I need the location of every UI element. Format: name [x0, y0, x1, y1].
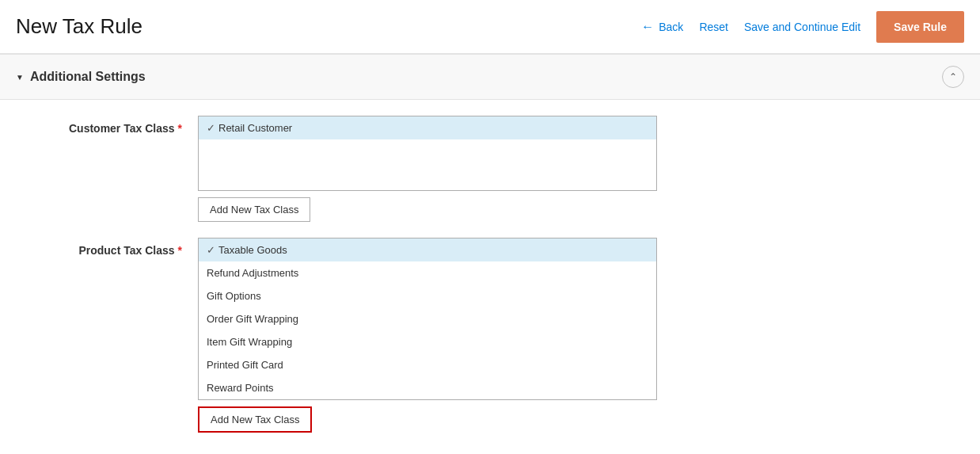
product-tax-control: ✓ Taxable Goods Refund Adjustments Gift …	[198, 238, 657, 433]
product-tax-item-taxable: Taxable Goods	[218, 244, 287, 256]
add-customer-tax-button[interactable]: Add New Tax Class	[198, 197, 310, 222]
product-tax-item-order-gift: Order Gift Wrapping	[207, 313, 298, 325]
section-header: ▼ Additional Settings ⌃	[0, 54, 980, 100]
section-triangle-icon: ▼	[16, 73, 24, 82]
customer-tax-control: ✓ Retail Customer Add New Tax Class	[198, 116, 657, 222]
empty-space	[199, 139, 656, 183]
back-arrow-icon: ←	[641, 20, 654, 34]
page-header: New Tax Rule ← Back Reset Save and Conti…	[0, 0, 980, 54]
list-item[interactable]: ✓ Retail Customer	[199, 116, 656, 139]
check-icon: ✓	[207, 244, 215, 256]
required-star-2: *	[178, 244, 182, 257]
list-item[interactable]: Gift Options	[199, 284, 656, 307]
save-continue-button[interactable]: Save and Continue Edit	[744, 21, 860, 33]
back-label: Back	[659, 21, 683, 33]
list-item[interactable]: Item Gift Wrapping	[199, 330, 656, 353]
product-tax-listbox[interactable]: ✓ Taxable Goods Refund Adjustments Gift …	[198, 238, 657, 400]
reset-button[interactable]: Reset	[699, 21, 728, 33]
collapse-button[interactable]: ⌃	[942, 66, 964, 88]
list-item[interactable]: ✓ Taxable Goods	[199, 238, 656, 261]
product-tax-item-printed-gift: Printed Gift Card	[207, 359, 283, 371]
customer-tax-label: Customer Tax Class*	[16, 116, 198, 135]
list-item[interactable]: Printed Gift Card	[199, 353, 656, 376]
header-actions: ← Back Reset Save and Continue Edit Save…	[641, 11, 964, 43]
page-wrapper: New Tax Rule ← Back Reset Save and Conti…	[0, 0, 980, 454]
add-product-tax-button[interactable]: Add New Tax Class	[198, 406, 312, 433]
product-tax-label: Product Tax Class*	[16, 238, 198, 257]
section-content: Customer Tax Class* ✓ Retail Customer Ad…	[0, 100, 980, 454]
required-star: *	[178, 122, 182, 135]
section-title-wrapper: ▼ Additional Settings	[16, 70, 146, 84]
save-rule-button[interactable]: Save Rule	[876, 11, 964, 43]
back-button[interactable]: ← Back	[641, 20, 683, 34]
product-tax-item-reward: Reward Points	[207, 382, 274, 394]
product-tax-item-gift-options: Gift Options	[207, 290, 261, 302]
product-tax-field: Product Tax Class* ✓ Taxable Goods Refun…	[16, 238, 964, 433]
customer-tax-field: Customer Tax Class* ✓ Retail Customer Ad…	[16, 116, 964, 222]
chevron-up-icon: ⌃	[949, 71, 957, 82]
product-tax-item-item-gift: Item Gift Wrapping	[207, 336, 292, 348]
list-item[interactable]: Order Gift Wrapping	[199, 307, 656, 330]
customer-tax-listbox[interactable]: ✓ Retail Customer	[198, 116, 657, 191]
section-title: Additional Settings	[30, 70, 146, 84]
customer-tax-item-label: Retail Customer	[218, 122, 292, 134]
list-item[interactable]: Reward Points	[199, 376, 656, 399]
product-tax-label-text: Product Tax Class	[78, 244, 174, 257]
check-icon: ✓	[207, 122, 215, 134]
page-title: New Tax Rule	[16, 14, 641, 39]
list-item[interactable]: Refund Adjustments	[199, 261, 656, 284]
product-tax-item-refund: Refund Adjustments	[207, 267, 298, 279]
